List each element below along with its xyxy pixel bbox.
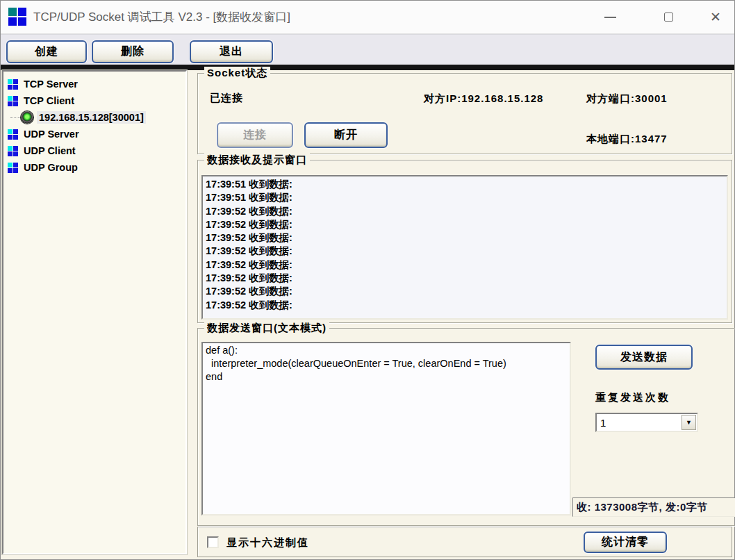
receive-log-line: 17:39:52 收到数据: <box>206 285 724 298</box>
byte-counter-text: 收: 1373008字节, 发:0字节 <box>577 501 708 514</box>
peer-port-text: 对方端口:30001 <box>586 92 668 106</box>
receive-log[interactable]: 17:39:51 收到数据: 17:39:51 收到数据: 17:39:52 收… <box>201 175 728 320</box>
local-port-text: 本地端口:13477 <box>586 133 668 146</box>
tree-item-tcp-connection[interactable]: 192.168.15.128[30001] <box>3 109 185 126</box>
delete-button[interactable]: 删除 <box>92 40 174 63</box>
show-hex-label: 显示十六进制值 <box>226 536 309 550</box>
receive-group-title: 数据接收及提示窗口 <box>204 154 310 167</box>
exit-button[interactable]: 退出 <box>190 40 273 63</box>
socket-status-group: Socket状态 已连接 对方IP:192.168.15.128 对方端口:30… <box>197 73 732 154</box>
tree-item-label: TCP Client <box>24 95 74 106</box>
chevron-down-icon: ▼ <box>686 420 692 426</box>
app-window: TCP/UDP Socket 调试工具 V2.3 - [数据收发窗口] ✕ 创建… <box>0 0 735 560</box>
socket-node-icon <box>8 146 18 156</box>
close-button[interactable]: ✕ <box>700 1 732 33</box>
tree-item-udp-server[interactable]: UDP Server <box>3 126 185 142</box>
clear-stats-button[interactable]: 统计清零 <box>584 532 667 553</box>
tree-item-label: UDP Server <box>24 129 79 140</box>
byte-counter-box: 收: 1373008字节, 发:0字节 <box>572 497 735 517</box>
receive-log-line: 17:39:52 收到数据: <box>206 218 724 231</box>
disconnect-button[interactable]: 断开 <box>304 122 388 148</box>
receive-log-line: 17:39:52 收到数据: <box>206 245 724 258</box>
maximize-icon <box>664 13 673 22</box>
peer-ip-text: 对方IP:192.168.15.128 <box>424 92 543 106</box>
receive-log-line: 17:39:51 收到数据: <box>206 178 724 191</box>
send-group-title: 数据发送窗口(文本模式) <box>204 322 329 335</box>
tree-item-label: TCP Server <box>24 79 78 90</box>
receive-log-line: 17:39:52 收到数据: <box>206 272 724 285</box>
repeat-count-label: 重复发送次数 <box>595 391 670 404</box>
connect-button[interactable]: 连接 <box>217 122 293 148</box>
socket-node-icon <box>8 96 18 106</box>
receive-log-line: 17:39:52 收到数据: <box>206 231 724 245</box>
tree-item-label: UDP Client <box>24 145 76 156</box>
maximize-button[interactable] <box>652 1 684 33</box>
receive-log-line: 17:39:52 收到数据: <box>206 205 724 218</box>
socket-node-icon <box>8 163 18 173</box>
repeat-count-dropdown[interactable]: 1 ▼ <box>595 413 698 432</box>
toolbar-divider <box>1 65 734 70</box>
send-group: 数据发送窗口(文本模式) def a(): interpreter_mode(c… <box>197 328 735 526</box>
connection-state-text: 已连接 <box>210 92 243 105</box>
tree-item-udp-client[interactable]: UDP Client <box>3 142 185 159</box>
receive-log-line: 17:39:51 收到数据: <box>206 191 724 204</box>
socket-status-group-title: Socket状态 <box>204 67 270 80</box>
receive-log-line: 17:39:52 收到数据: <box>206 299 724 312</box>
socket-node-icon <box>8 79 18 90</box>
connected-socket-icon <box>21 111 33 124</box>
minimize-icon <box>604 17 616 18</box>
tree-item-tcp-client[interactable]: TCP Client <box>3 92 185 109</box>
tree-item-udp-group[interactable]: UDP Group <box>3 159 185 176</box>
send-data-button[interactable]: 发送数据 <box>595 345 693 370</box>
close-icon: ✕ <box>710 10 721 24</box>
socket-node-icon <box>8 129 18 140</box>
dropdown-button[interactable]: ▼ <box>682 415 696 430</box>
tree-item-label: 192.168.15.128[30001] <box>37 111 146 124</box>
send-text-input[interactable]: def a(): interpreter_mode(clearQueueOnEn… <box>201 342 571 516</box>
title-bar: TCP/UDP Socket 调试工具 V2.3 - [数据收发窗口] ✕ <box>1 1 734 34</box>
minimize-button[interactable] <box>594 1 626 33</box>
repeat-count-value: 1 <box>600 417 606 429</box>
bottom-options-row: 显示十六进制值 统计清零 <box>197 527 732 557</box>
receive-group: 数据接收及提示窗口 17:39:51 收到数据: 17:39:51 收到数据: … <box>197 160 732 323</box>
receive-log-line: 17:39:52 收到数据: <box>206 258 724 272</box>
tree-item-label: UDP Group <box>24 162 78 173</box>
create-button[interactable]: 创建 <box>6 40 87 63</box>
tree-connector-line <box>10 117 20 118</box>
show-hex-checkbox[interactable] <box>207 536 219 548</box>
app-logo-icon <box>8 8 27 26</box>
window-title: TCP/UDP Socket 调试工具 V2.3 - [数据收发窗口] <box>33 9 290 25</box>
tree-item-tcp-server[interactable]: TCP Server <box>3 76 185 92</box>
connection-tree: TCP Server TCP Client 192.168.15.128[300… <box>2 70 187 554</box>
